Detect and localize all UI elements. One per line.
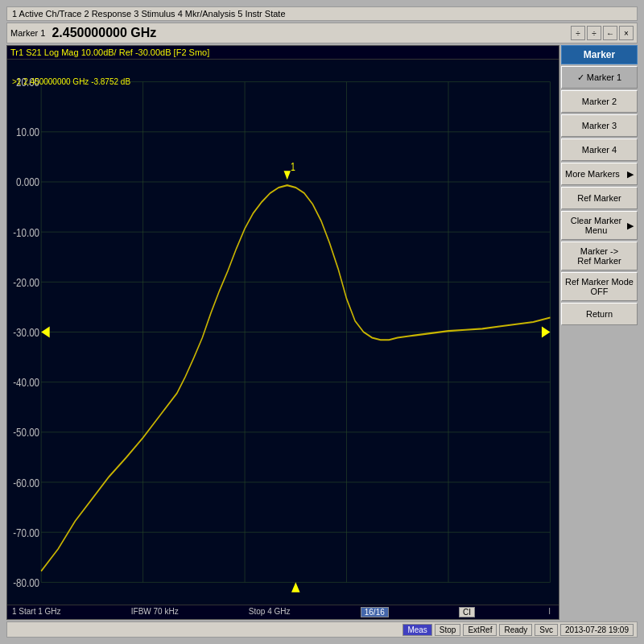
sidebar-btn-clear-marker[interactable]: Clear Marker Menu ▶ (561, 211, 638, 240)
status-center: IFBW 70 kHz (131, 607, 179, 617)
marker1-label: Marker 1 (587, 72, 621, 82)
title-label: Marker 1 (10, 28, 45, 38)
svg-text:-70.00: -70.00 (13, 526, 39, 539)
ref-mode-label: Ref Marker ModeOFF (565, 277, 634, 296)
clear-marker-label: Clear Marker Menu (565, 216, 627, 235)
sidebar-btn-marker4[interactable]: Marker 4 (561, 138, 638, 161)
chart-body[interactable]: >1 2.450000000 GHz -3.8752 dB (7, 60, 559, 605)
title-btn-back[interactable]: ← (603, 26, 617, 40)
arrow-right-icon2: ▶ (627, 221, 634, 231)
menu-bar-label: 1 Active Ch/Trace 2 Response 3 Stimulus … (12, 9, 286, 19)
title-btn-close[interactable]: × (619, 26, 634, 40)
marker3-label: Marker 3 (582, 121, 617, 130)
badge-16-16: 16/16 (361, 607, 389, 617)
menu-bar[interactable]: 1 Active Ch/Trace 2 Response 3 Stimulus … (6, 6, 638, 21)
svg-text:-50.00: -50.00 (13, 426, 39, 440)
svg-text:10.00: 10.00 (16, 126, 39, 139)
title-buttons: ÷ ÷ ← × (571, 26, 634, 40)
ref-marker-label: Ref Marker (577, 193, 621, 203)
marker2-label: Marker 2 (582, 97, 617, 106)
status-left: 1 Start 1 GHz (12, 607, 61, 617)
badge-ready: Ready (499, 624, 532, 636)
more-markers-label: More Markers (565, 169, 620, 179)
sidebar-btn-ref-mode[interactable]: Ref Marker ModeOFF (561, 272, 638, 301)
marker4-label: Marker 4 (582, 145, 617, 155)
badge-svc: Svc (535, 624, 558, 636)
bottom-status-bar: Meas Stop ExtRef Ready Svc 2013-07-28 19… (6, 621, 638, 638)
status-right: Stop 4 GHz (249, 607, 291, 617)
title-btn-up[interactable]: ÷ (571, 26, 585, 40)
badge-meas: Meas (402, 624, 431, 636)
title-btn-down[interactable]: ÷ (587, 26, 601, 40)
main-content: Tr1 S21 Log Mag 10.00dB/ Ref -30.00dB [F… (6, 45, 638, 620)
svg-text:-60.00: -60.00 (13, 476, 39, 489)
title-bar: Marker 1 2.450000000 GHz ÷ ÷ ← × (6, 23, 638, 43)
chart-header-text: Tr1 S21 Log Mag 10.00dB/ Ref -30.00dB [F… (10, 47, 209, 57)
svg-text:0.000: 0.000 (16, 175, 39, 189)
sidebar-btn-marker-ref[interactable]: Marker ->Ref Marker (561, 242, 638, 270)
return-label: Return (586, 309, 613, 319)
arrow-right-icon: ▶ (627, 169, 634, 180)
chart-header: Tr1 S21 Log Mag 10.00dB/ Ref -30.00dB [F… (7, 46, 559, 60)
badge-time: 2013-07-28 19:09 (560, 624, 634, 636)
svg-text:1: 1 (291, 161, 295, 174)
sidebar: Marker ✓ Marker 1 Marker 2 Marker 3 Mark… (561, 45, 638, 620)
chart-area: Tr1 S21 Log Mag 10.00dB/ Ref -30.00dB [F… (6, 45, 559, 620)
svg-text:-20.00: -20.00 (13, 275, 39, 289)
chart-status-bar: 1 Start 1 GHz IFBW 70 kHz Stop 4 GHz 16/… (7, 605, 559, 619)
badge-stop: Stop (435, 624, 461, 636)
sidebar-btn-ref-marker[interactable]: Ref Marker (561, 187, 638, 209)
sidebar-btn-return[interactable]: Return (561, 303, 638, 325)
sidebar-title: Marker (561, 45, 638, 64)
sidebar-btn-marker2[interactable]: Marker 2 (561, 90, 638, 113)
badge-extref: ExtRef (463, 624, 497, 636)
chart-svg: 20.00 10.00 0.000 -10.00 -20.00 -30.00 -… (7, 60, 559, 605)
svg-text:-80.00: -80.00 (13, 576, 39, 589)
svg-text:-10.00: -10.00 (13, 225, 39, 239)
svg-text:-30.00: -30.00 (13, 326, 39, 340)
marker-readout: >1 2.450000000 GHz -3.8752 dB (12, 77, 130, 86)
check-icon: ✓ (577, 72, 584, 83)
svg-text:-40.00: -40.00 (13, 376, 39, 390)
sidebar-btn-marker1[interactable]: ✓ Marker 1 (561, 66, 638, 89)
title-value: 2.450000000 GHz (52, 26, 571, 40)
sidebar-btn-more-markers[interactable]: More Markers ▶ (561, 163, 638, 185)
badge-ci: CI (459, 607, 475, 617)
main-window: 1 Active Ch/Trace 2 Response 3 Stimulus … (0, 0, 644, 644)
badge-extra: I (545, 607, 554, 617)
sidebar-btn-marker3[interactable]: Marker 3 (561, 114, 638, 137)
marker-ref-label: Marker ->Ref Marker (577, 246, 621, 266)
